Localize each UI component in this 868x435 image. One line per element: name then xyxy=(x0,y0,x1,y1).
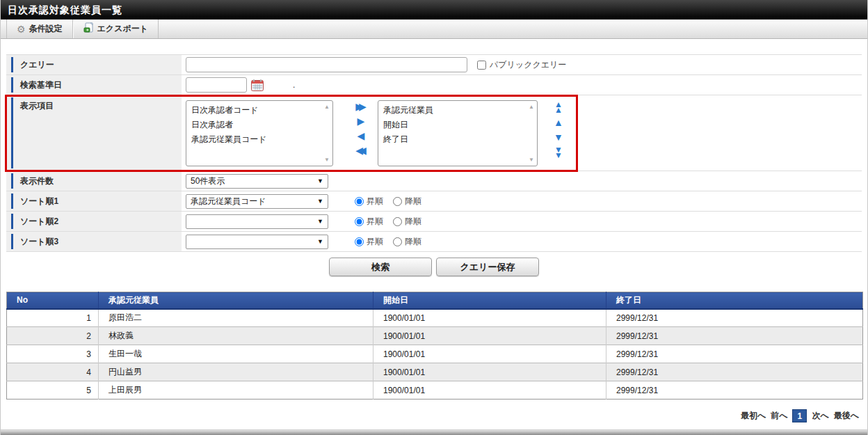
sort2-label: ソート順2 xyxy=(6,212,182,231)
save-query-button[interactable]: クエリー保存 xyxy=(436,258,539,276)
move-right-button[interactable]: ▶ xyxy=(357,116,365,126)
cell-end-date: 2999/12/31 xyxy=(606,309,863,327)
move-left-button[interactable]: ◀ xyxy=(357,131,365,141)
page-title: 日次承認対象従業員一覧 xyxy=(1,0,867,19)
public-query-option[interactable]: パブリッククエリー xyxy=(477,59,566,71)
list-item[interactable]: 日次承認者 xyxy=(186,118,321,132)
listbox-scrollbar[interactable]: ▲ ▼ xyxy=(527,102,536,165)
first-page-link[interactable]: 最初へ xyxy=(741,410,766,422)
selected-items-list[interactable]: ▲ ▼ 承認元従業員開始日終了日 xyxy=(378,100,538,166)
list-item[interactable]: 日次承認者コード xyxy=(186,103,321,118)
calendar-icon[interactable] xyxy=(251,79,264,91)
display-count-value: 50件表示 xyxy=(191,175,225,187)
public-query-checkbox[interactable] xyxy=(477,61,486,70)
query-input[interactable] xyxy=(186,57,467,72)
table-row[interactable]: 4円山益男1900/01/012999/12/31 xyxy=(7,363,863,381)
sort2-order-radios: 昇順 降順 xyxy=(355,216,428,228)
sort2-row: ソート順2 ▼ 昇順 降順 xyxy=(6,212,862,232)
move-down-button[interactable]: ▼ xyxy=(554,132,563,142)
toolbar: ⚙ 条件設定 エクスポート xyxy=(1,19,867,39)
desc-label: 降順 xyxy=(405,196,421,207)
list-item[interactable]: 終了日 xyxy=(378,132,526,147)
cell-end-date: 2999/12/31 xyxy=(606,363,863,381)
list-item[interactable]: 承認元従業員コード xyxy=(186,132,321,147)
move-left-all-button[interactable]: ◀◀ xyxy=(355,145,367,155)
export-button-label: エクスポート xyxy=(97,23,148,35)
sort2-desc-option[interactable]: 降順 xyxy=(393,216,421,228)
cell-start-date: 1900/01/01 xyxy=(373,363,606,381)
pagination: 最初へ 前へ 1 次へ 最後へ xyxy=(1,409,859,422)
move-bottom-button[interactable]: ▼▼ xyxy=(554,147,563,158)
display-items-row: 表示項目 ▲ ▼ 日次承認者コード日次承認者承認元従業員コード ▶▶ ▶ ◀ ◀… xyxy=(6,95,862,171)
last-page-link[interactable]: 最後へ xyxy=(834,410,859,422)
sort1-asc-option[interactable]: 昇順 xyxy=(355,196,383,207)
sort2-desc-radio[interactable] xyxy=(393,217,402,226)
sort3-row: ソート順3 ▼ 昇順 降順 xyxy=(6,232,862,252)
gear-icon: ⚙ xyxy=(17,24,26,34)
export-button[interactable]: エクスポート xyxy=(73,19,159,38)
sort2-select[interactable]: ▼ xyxy=(186,214,328,229)
move-right-all-button[interactable]: ▶▶ xyxy=(355,102,367,111)
cell-source-employee: 原田浩二 xyxy=(99,309,373,327)
header-start-date: 開始日 xyxy=(373,292,606,309)
sort3-asc-radio[interactable] xyxy=(355,237,364,246)
cell-end-date: 2999/12/31 xyxy=(606,327,863,345)
table-header-row: No 承認元従業員 開始日 終了日 xyxy=(7,292,863,309)
display-count-select[interactable]: 50件表示 ▼ xyxy=(186,174,328,189)
search-condition-form: クエリー パブリッククエリー 検索基準日 xyxy=(6,54,862,252)
table-row[interactable]: 1原田浩二1900/01/012999/12/31 xyxy=(7,309,863,327)
sort2-asc-radio[interactable] xyxy=(355,217,364,226)
cell-end-date: 2999/12/31 xyxy=(606,345,863,363)
move-top-button[interactable]: ▲▲ xyxy=(554,102,563,113)
header-end-date: 終了日 xyxy=(606,292,863,309)
table-row[interactable]: 2林政義1900/01/012999/12/31 xyxy=(7,327,863,345)
cell-source-employee: 生田一哉 xyxy=(99,345,373,363)
prev-page-link[interactable]: 前へ xyxy=(771,410,787,422)
list-item[interactable]: 承認元従業員 xyxy=(378,103,526,118)
scroll-up-icon[interactable]: ▲ xyxy=(324,104,330,110)
display-count-label: 表示件数 xyxy=(6,171,182,191)
base-date-input[interactable] xyxy=(186,77,247,93)
chevron-down-icon: ▼ xyxy=(317,238,323,245)
scroll-down-icon[interactable]: ▼ xyxy=(324,157,330,163)
export-icon xyxy=(83,22,94,35)
cell-no: 5 xyxy=(7,381,99,400)
desc-label: 降順 xyxy=(405,236,421,248)
cell-start-date: 1900/01/01 xyxy=(373,381,606,400)
next-page-link[interactable]: 次へ xyxy=(812,410,828,422)
reorder-buttons: ▲▲ ▲ ▼ ▼▼ xyxy=(550,100,567,158)
search-button[interactable]: 検索 xyxy=(329,258,432,276)
sort3-desc-option[interactable]: 降順 xyxy=(393,236,421,248)
table-row[interactable]: 3生田一哉1900/01/012999/12/31 xyxy=(7,345,863,363)
available-items-list[interactable]: ▲ ▼ 日次承認者コード日次承認者承認元従業員コード xyxy=(186,100,333,166)
settings-button[interactable]: ⚙ 条件設定 xyxy=(6,19,73,38)
sort1-desc-option[interactable]: 降順 xyxy=(393,196,421,207)
sort1-value: 承認元従業員コード xyxy=(191,196,266,207)
scroll-down-icon[interactable]: ▼ xyxy=(529,157,534,163)
chevron-down-icon: ▼ xyxy=(317,218,323,225)
cell-start-date: 1900/01/01 xyxy=(373,345,606,363)
current-page-indicator[interactable]: 1 xyxy=(792,409,807,422)
sort3-desc-radio[interactable] xyxy=(393,237,402,246)
sort3-order-radios: 昇順 降順 xyxy=(355,236,428,248)
sort3-select[interactable]: ▼ xyxy=(186,235,328,249)
display-items-label: 表示項目 xyxy=(6,95,182,171)
sort1-select[interactable]: 承認元従業員コード ▼ xyxy=(186,194,328,209)
public-query-label: パブリッククエリー xyxy=(490,59,566,71)
cell-no: 2 xyxy=(7,327,99,345)
cell-start-date: 1900/01/01 xyxy=(373,309,606,327)
base-date-label: 検索基準日 xyxy=(6,75,182,95)
scroll-up-icon[interactable]: ▲ xyxy=(529,104,534,110)
table-row[interactable]: 5上田辰男1900/01/012999/12/31 xyxy=(7,381,863,400)
sort1-desc-radio[interactable] xyxy=(393,197,402,206)
asc-label: 昇順 xyxy=(367,236,383,248)
query-label: クエリー xyxy=(6,55,182,74)
listbox-scrollbar[interactable]: ▲ ▼ xyxy=(322,102,332,165)
sort3-asc-option[interactable]: 昇順 xyxy=(355,236,383,248)
base-date-row: 検索基準日 . xyxy=(6,75,862,95)
list-item[interactable]: 開始日 xyxy=(378,118,526,132)
cell-no: 4 xyxy=(7,363,99,381)
move-up-button[interactable]: ▲ xyxy=(554,118,563,127)
sort1-asc-radio[interactable] xyxy=(355,197,364,206)
sort2-asc-option[interactable]: 昇順 xyxy=(355,216,383,228)
